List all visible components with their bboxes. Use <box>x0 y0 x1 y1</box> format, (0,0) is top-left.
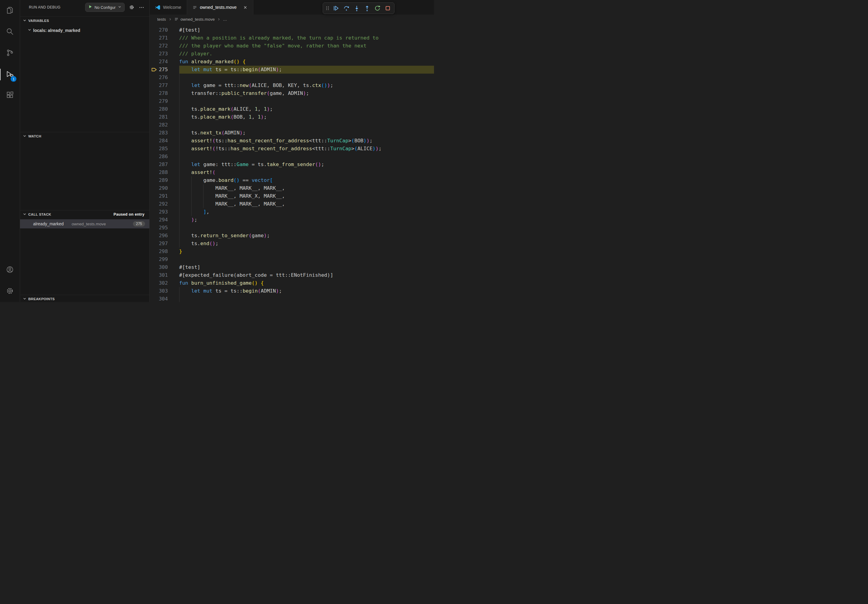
code-line[interactable]: 270#[test] <box>150 26 434 34</box>
breakpoints-section-header[interactable]: BREAKPOINTS <box>20 295 149 302</box>
line-number[interactable]: 291 <box>150 192 168 200</box>
code-line[interactable]: 281 ts.place_mark(BOB, 1, 1); <box>150 113 434 121</box>
variables-section-header[interactable]: VARIABLES <box>20 17 149 24</box>
debug-gear-icon[interactable] <box>129 5 135 10</box>
step-into-button[interactable] <box>352 3 362 13</box>
activity-explorer[interactable] <box>0 0 20 21</box>
line-number[interactable]: 292 <box>150 200 168 208</box>
code-line[interactable]: 273/// player. <box>150 50 434 58</box>
code-line[interactable]: 286 <box>150 153 434 161</box>
code-line[interactable]: 277 let game = ttt::new(ALICE, BOB, KEY,… <box>150 82 434 90</box>
tab-welcome[interactable]: Welcome <box>150 0 187 15</box>
line-number[interactable]: 288 <box>150 169 168 177</box>
debug-config-dropdown[interactable]: No Configur <box>85 3 125 12</box>
line-number[interactable]: 287 <box>150 161 168 169</box>
code-line[interactable]: 300#[test] <box>150 263 434 271</box>
line-number[interactable]: 290 <box>150 184 168 192</box>
line-number[interactable]: 281 <box>150 113 168 121</box>
line-number[interactable]: 272 <box>150 42 168 50</box>
code-line[interactable]: 276 <box>150 74 434 82</box>
line-number[interactable]: 300 <box>150 263 168 271</box>
code-line[interactable]: 297 ts.end(); <box>150 240 434 248</box>
breadcrumb-file[interactable]: owned_tests.move <box>181 17 215 22</box>
line-number[interactable]: 301 <box>150 271 168 279</box>
code-line[interactable]: 285 assert!(!ts::has_most_recent_for_add… <box>150 145 434 153</box>
line-number[interactable]: 295 <box>150 224 168 232</box>
line-number[interactable]: 303 <box>150 287 168 295</box>
code-line[interactable]: 295 <box>150 224 434 232</box>
variables-scope-locals[interactable]: locals: already_marked <box>20 26 149 34</box>
code-line[interactable]: 272/// the player who made the "false" m… <box>150 42 434 50</box>
code-line[interactable]: 290 MARK__, MARK__, MARK__, <box>150 184 434 192</box>
line-number[interactable]: 270 <box>150 26 168 34</box>
line-number[interactable]: 284 <box>150 137 168 145</box>
line-number[interactable]: 296 <box>150 232 168 240</box>
activity-accounts[interactable] <box>0 259 20 281</box>
line-number[interactable]: 282 <box>150 121 168 129</box>
code-line[interactable]: 282 <box>150 121 434 129</box>
code-line[interactable]: 274fun already_marked() { <box>150 58 434 66</box>
activity-bar: 1 <box>0 0 20 302</box>
line-number[interactable]: 299 <box>150 256 168 263</box>
code-line[interactable]: 279 <box>150 97 434 105</box>
code-line[interactable]: 284 assert!(ts::has_most_recent_for_addr… <box>150 137 434 145</box>
code-line[interactable]: 288 assert!( <box>150 169 434 177</box>
close-tab-icon[interactable] <box>243 5 248 10</box>
line-number[interactable]: 279 <box>150 97 168 105</box>
tab-owned-tests-move[interactable]: owned_tests.move <box>187 0 253 15</box>
line-number[interactable]: 276 <box>150 74 168 82</box>
code-line[interactable]: 275 let mut ts = ts::begin(ADMIN); <box>150 66 434 74</box>
toolbar-gripper-icon[interactable] <box>324 3 331 13</box>
activity-settings[interactable] <box>0 281 20 302</box>
breadcrumb-folder[interactable]: tests <box>157 17 166 22</box>
stop-button[interactable] <box>383 3 393 13</box>
line-number[interactable]: 289 <box>150 177 168 184</box>
line-number[interactable]: 283 <box>150 129 168 137</box>
code-line[interactable]: 292 MARK__, MARK__, MARK__, <box>150 200 434 208</box>
code-line[interactable]: 289 game.board() == vector[ <box>150 177 434 184</box>
code-line[interactable]: 283 ts.next_tx(ADMIN); <box>150 129 434 137</box>
code-line[interactable]: 303 let mut ts = ts::begin(ADMIN); <box>150 287 434 295</box>
line-number[interactable]: 286 <box>150 153 168 161</box>
code-line[interactable]: 294 ); <box>150 216 434 224</box>
code-line[interactable]: 299 <box>150 256 434 263</box>
more-actions-icon[interactable] <box>139 5 144 10</box>
code-line[interactable]: 280 ts.place_mark(ALICE, 1, 1); <box>150 105 434 113</box>
code-line[interactable]: 298} <box>150 248 434 256</box>
code-line[interactable]: 278 transfer::public_transfer(game, ADMI… <box>150 90 434 97</box>
line-number[interactable]: 278 <box>150 90 168 97</box>
line-number[interactable]: 273 <box>150 50 168 58</box>
line-number[interactable]: 294 <box>150 216 168 224</box>
line-number[interactable]: 302 <box>150 279 168 287</box>
line-number[interactable]: 304 <box>150 295 168 302</box>
code-line[interactable]: 287 let game: ttt::Game = ts.take_from_s… <box>150 161 434 169</box>
activity-extensions[interactable] <box>0 85 20 107</box>
call-stack-frame[interactable]: already_marked owned_tests.move 275 <box>20 219 149 228</box>
continue-button[interactable] <box>331 3 341 13</box>
line-number[interactable]: 297 <box>150 240 168 248</box>
breadcrumb-symbol[interactable]: … <box>223 17 227 22</box>
activity-source-control[interactable] <box>0 43 20 64</box>
activity-search[interactable] <box>0 21 20 43</box>
code-editor[interactable]: 270#[test]271/// When a position is alre… <box>150 24 434 302</box>
step-over-button[interactable] <box>341 3 352 13</box>
code-line[interactable]: 301#[expected_failure(abort_code = ttt::… <box>150 271 434 279</box>
activity-run-and-debug[interactable]: 1 <box>0 64 20 85</box>
code-line[interactable]: 302fun burn_unfinished_game() { <box>150 279 434 287</box>
call-stack-section-header[interactable]: CALL STACK Paused on entry <box>20 211 149 218</box>
line-number[interactable]: 285 <box>150 145 168 153</box>
code-line[interactable]: 296 ts.return_to_sender(game); <box>150 232 434 240</box>
line-number[interactable]: 271 <box>150 34 168 42</box>
code-line[interactable]: 304 <box>150 295 434 302</box>
step-out-button[interactable] <box>362 3 372 13</box>
code-line[interactable]: 293 ], <box>150 208 434 216</box>
watch-section-header[interactable]: WATCH <box>20 132 149 140</box>
line-number[interactable]: 274 <box>150 58 168 66</box>
code-line[interactable]: 271/// When a position is already marked… <box>150 34 434 42</box>
line-number[interactable]: 277 <box>150 82 168 90</box>
code-line[interactable]: 291 MARK__, MARK_X, MARK__, <box>150 192 434 200</box>
line-number[interactable]: 293 <box>150 208 168 216</box>
line-number[interactable]: 298 <box>150 248 168 256</box>
line-number[interactable]: 280 <box>150 105 168 113</box>
restart-button[interactable] <box>372 3 383 13</box>
